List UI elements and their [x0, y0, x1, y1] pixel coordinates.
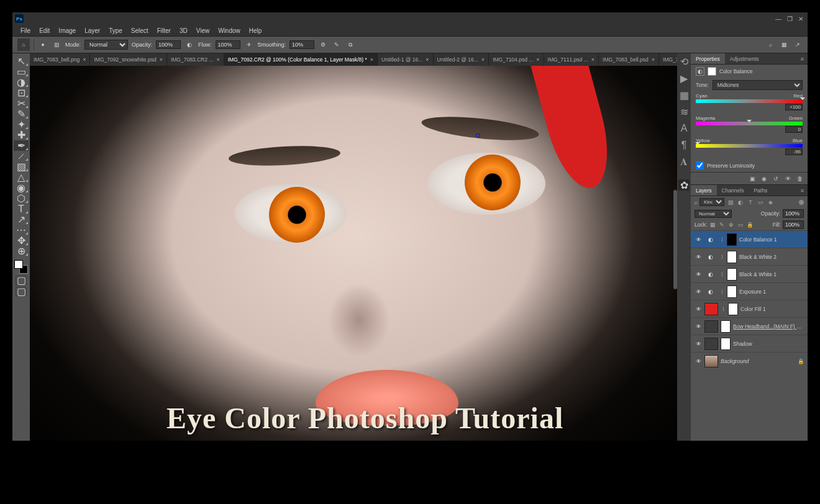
yellow-blue-value[interactable] — [785, 148, 803, 155]
menu-window[interactable]: Window — [214, 27, 245, 34]
tool-6[interactable]: ✦ — [14, 119, 29, 130]
history-icon[interactable]: ⟲ — [678, 56, 690, 67]
yellow-blue-slider[interactable] — [696, 144, 803, 148]
share-icon[interactable]: ↗ — [793, 40, 803, 50]
visibility-toggle[interactable]: 👁 — [695, 271, 702, 278]
color-swatches[interactable] — [14, 260, 28, 274]
layers-tab[interactable]: Layers — [691, 185, 717, 196]
actions-icon[interactable]: ▶ — [678, 73, 690, 84]
paths-tab[interactable]: Paths — [749, 185, 772, 196]
menu-layer[interactable]: Layer — [80, 27, 104, 34]
brush-settings-icon[interactable]: ▥ — [52, 40, 62, 50]
tool-8[interactable]: ✒ — [14, 140, 29, 151]
layer-row[interactable]: 👁◐⁞Color Balance 1 — [691, 230, 808, 248]
vertical-scrollbar[interactable] — [673, 190, 677, 289]
layer-blend-mode-select[interactable]: Normal — [695, 210, 732, 218]
layer-row[interactable]: 👁Background🔒 — [691, 352, 808, 369]
close-button[interactable]: ✕ — [796, 15, 805, 22]
plugin-icon[interactable]: ✿ — [678, 179, 690, 191]
tool-2[interactable]: ◑ — [14, 77, 29, 88]
tool-3[interactable]: ⊡ — [14, 88, 29, 98]
menu-filter[interactable]: Filter — [153, 27, 175, 34]
close-tab-icon[interactable]: × — [591, 56, 594, 63]
view-previous-icon[interactable]: ◉ — [760, 174, 768, 183]
visibility-toggle[interactable]: 👁 — [695, 236, 702, 243]
layer-row[interactable]: 👁Shadow — [691, 335, 808, 352]
document-tab[interactable]: Untitled-1 @ 16...× — [378, 53, 434, 66]
menu-type[interactable]: Type — [104, 27, 127, 34]
tone-select[interactable]: Midtones — [713, 80, 803, 90]
document-tab[interactable]: IMG_7092_snowwhite.psd× — [90, 53, 166, 66]
filter-pixel-icon[interactable]: ▧ — [727, 199, 734, 206]
magenta-green-value[interactable] — [785, 126, 803, 133]
visibility-toggle[interactable]: 👁 — [695, 253, 702, 261]
layer-mask-thumb[interactable] — [728, 303, 738, 315]
layers-menu-icon[interactable]: ≡ — [797, 187, 808, 194]
layer-name[interactable]: Color Fill 1 — [740, 306, 804, 312]
layer-thumb[interactable] — [704, 338, 718, 350]
lock-all-icon[interactable]: 🔒 — [746, 221, 754, 228]
lock-transparent-icon[interactable]: ▦ — [709, 221, 716, 228]
filter-type-icon[interactable]: T — [747, 199, 754, 206]
symmetry-icon[interactable]: ⧉ — [345, 40, 355, 50]
layer-thumb[interactable] — [704, 303, 718, 315]
visibility-toggle[interactable]: 👁 — [695, 323, 702, 330]
tool-10[interactable]: ▨ — [14, 161, 29, 172]
layer-name[interactable]: Exposure 1 — [739, 289, 804, 295]
close-tab-icon[interactable]: × — [83, 56, 86, 63]
menu-image[interactable]: Image — [54, 27, 80, 34]
reset-icon[interactable]: ↺ — [772, 174, 780, 183]
layer-mask-thumb[interactable] — [727, 286, 737, 298]
visibility-toggle[interactable]: 👁 — [695, 288, 702, 295]
cyan-red-value[interactable] — [785, 104, 803, 110]
filter-smart-icon[interactable]: ◈ — [767, 199, 774, 206]
adjustments-tab[interactable]: Adjustments — [725, 53, 764, 64]
close-tab-icon[interactable]: × — [370, 56, 373, 63]
layer-name[interactable]: Shadow — [733, 341, 804, 347]
tool-9[interactable]: ⟋ — [14, 151, 29, 161]
tool-0[interactable]: ↖ — [14, 56, 29, 66]
trash-icon[interactable]: 🗑 — [795, 174, 804, 183]
pressure-icon[interactable]: ✎ — [332, 40, 342, 50]
opacity-pressure-icon[interactable]: ◐ — [184, 40, 194, 50]
blend-mode-select[interactable]: Normal — [84, 40, 128, 50]
layer-filter[interactable]: ⌕Kind — [695, 198, 724, 206]
tool-17[interactable]: ✥ — [14, 235, 29, 246]
tool-11[interactable]: △ — [14, 172, 29, 182]
panel-menu-icon[interactable]: ≡ — [797, 56, 808, 62]
document-tab[interactable]: IMG_7092_sr...× — [659, 53, 677, 66]
menu-edit[interactable]: Edit — [35, 27, 54, 34]
close-tab-icon[interactable]: × — [536, 56, 539, 63]
brush-preset-icon[interactable]: ● — [38, 40, 48, 50]
layer-name[interactable]: Color Balance 1 — [739, 236, 804, 243]
mask-icon[interactable] — [708, 67, 716, 76]
filter-adjustment-icon[interactable]: ◐ — [737, 199, 744, 206]
clip-to-layer-icon[interactable]: ▣ — [748, 174, 757, 183]
layer-mask-thumb[interactable] — [727, 268, 737, 281]
layer-mask-thumb[interactable] — [721, 320, 731, 333]
magenta-green-slider[interactable] — [696, 122, 803, 125]
tool-7[interactable]: ✚ — [14, 130, 29, 140]
opacity-input[interactable] — [156, 40, 181, 49]
filter-toggle[interactable] — [799, 200, 804, 205]
layer-opacity-input[interactable] — [783, 209, 804, 218]
preserve-luminosity-checkbox[interactable]: Preserve Luminosity — [691, 159, 808, 172]
smoothing-input[interactable] — [289, 40, 314, 49]
visibility-icon[interactable]: 👁 — [783, 174, 792, 183]
document-tab[interactable]: IMG_7083.CR2 ...× — [167, 53, 224, 66]
layer-thumb[interactable] — [704, 355, 718, 367]
maximize-button[interactable]: ❐ — [785, 15, 794, 22]
arrange-icon[interactable]: ▦ — [779, 40, 789, 50]
menu-help[interactable]: Help — [245, 27, 266, 34]
menu-file[interactable]: File — [16, 27, 35, 34]
layer-mask-thumb[interactable] — [727, 233, 737, 246]
tool-13[interactable]: ⬡ — [14, 193, 29, 204]
quick-mask-icon[interactable]: ▢ — [16, 276, 27, 285]
tool-4[interactable]: ✂ — [14, 98, 29, 109]
menu-3d[interactable]: 3D — [175, 27, 192, 34]
layer-name[interactable]: Bow Headband...(MAIN F) copy... — [733, 323, 804, 330]
layer-row[interactable]: 👁⁞Color Fill 1 — [691, 300, 808, 317]
document-tab[interactable]: Untitled-2 @ 16...× — [434, 53, 490, 66]
cyan-red-slider[interactable] — [696, 99, 803, 103]
close-tab-icon[interactable]: × — [426, 56, 429, 63]
